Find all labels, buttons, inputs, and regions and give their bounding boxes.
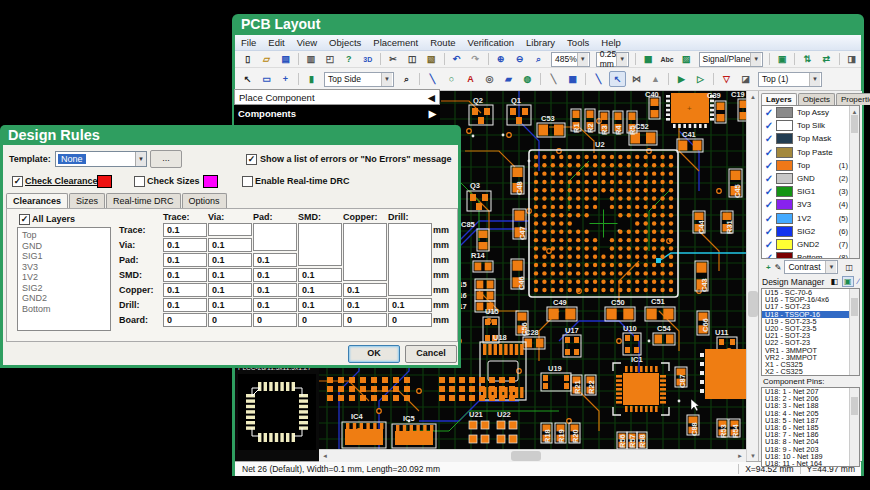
layer-color-swatch[interactable] [776,186,793,197]
zoom-out-icon[interactable]: ⊖ [511,51,528,67]
component-item[interactable]: X2 - CS325 [762,368,859,375]
open-icon[interactable]: ▱ [258,51,275,67]
matrix-cell-input[interactable]: 0.1 [253,268,297,282]
tab-objects[interactable]: Objects [798,93,835,105]
active-layer-select[interactable]: Top (1)▼ [758,72,822,87]
matrix-cell-input[interactable]: 0.1 [163,253,207,267]
matrix-cell-input[interactable]: 0.1 [208,238,252,252]
cancel-button[interactable]: Cancel [405,345,457,363]
layer-color-swatch[interactable] [776,199,793,210]
collapse-left-icon[interactable]: ◀ [428,92,435,103]
tab-clearances[interactable]: Clearances [6,193,68,208]
dialog-layer-item[interactable]: GND [22,241,110,252]
place-component-header[interactable]: Place Component ◀ [234,89,440,105]
menu-library[interactable]: Library [520,37,561,48]
matrix-cell-input[interactable]: 0 [208,313,252,327]
template-select[interactable]: None ▼ [55,151,147,167]
matrix-cell-input[interactable]: 0.1 [208,268,252,282]
show-errors-checkbox[interactable]: ✓ [246,154,257,165]
origin-icon[interactable]: ▭ [258,71,275,87]
menu-objects[interactable]: Objects [323,37,367,48]
layers-scrollbar[interactable]: ▲ [849,106,859,258]
dialog-layer-item[interactable]: SIG2 [22,283,110,294]
menu-edit[interactable]: Edit [262,37,290,48]
layer-color-swatch[interactable] [776,239,793,250]
print-preview-icon[interactable]: ◰ [321,51,338,67]
matrix-cell-input[interactable]: 0 [343,313,387,327]
layer-visible-check[interactable]: ✓ [762,173,776,184]
crosshair-icon[interactable]: + [277,71,294,87]
layer-visible-check[interactable]: ✓ [762,213,776,224]
save-icon[interactable]: ▤ [277,51,294,67]
matrix-cell-input[interactable]: 0.1 [298,268,342,282]
scroll-left-icon[interactable]: ◄ [319,451,331,462]
matrix-cell-input[interactable]: 0.1 [163,298,207,312]
layer-color-swatch[interactable] [776,120,793,131]
matrix-cell-input[interactable]: 0.1 [298,283,342,297]
place-text-icon[interactable]: Abc [659,51,676,67]
menu-route[interactable]: Route [424,37,461,48]
components-view-icon[interactable]: ▣ [842,276,854,287]
cut-icon[interactable]: ✂ [385,51,402,67]
layer-row[interactable]: ✓SIG2(6) [762,225,859,238]
dialog-layer-item[interactable]: Bottom [22,304,110,315]
matrix-cell-input[interactable]: 0.1 [253,253,297,267]
matrix-cell-input[interactable]: 0.1 [163,223,207,237]
layer-row[interactable]: ✓3V3(4) [762,198,859,211]
dialog-layer-item[interactable]: GND2 [22,293,110,304]
zoom-in-icon[interactable]: ⊕ [492,51,509,67]
place-picture-icon[interactable]: ▨ [678,51,695,67]
matrix-cell-input[interactable]: 0.1 [343,298,387,312]
matrix-cell-input[interactable]: 0.1 [163,238,207,252]
matrix-cell-input[interactable]: 0.1 [253,298,297,312]
menu-help[interactable]: Help [595,37,627,48]
autoroute-run-icon[interactable]: ▶ [673,71,690,87]
trace-tool-icon[interactable]: ╲ [590,71,607,87]
check-sizes-checkbox[interactable] [134,176,145,187]
scroll-thumb[interactable] [851,298,858,316]
layer-setup-icon[interactable]: ✎ [775,263,782,272]
help-icon[interactable]: ? [340,51,357,67]
scroll-thumb[interactable] [851,115,858,133]
layer-visible-check[interactable]: ✓ [762,252,776,259]
layer-visible-check[interactable]: ✓ [762,199,776,210]
layer-color-swatch[interactable] [776,173,793,184]
layer-row[interactable]: ✓Top Assy [762,106,859,119]
paste-icon[interactable]: ▧ [423,51,440,67]
drc-icon[interactable]: ▽ [718,71,735,87]
layer-row[interactable]: ✓GND(2) [762,172,859,185]
tab-properties[interactable]: Properties [836,93,870,105]
layer-row[interactable]: ✓Top Silk [762,119,859,132]
layer-row[interactable]: ✓GND2(7) [762,238,859,251]
template-browse-button[interactable]: ... [150,150,182,168]
component-update-icon[interactable]: ▣ [773,51,790,67]
all-layers-checkbox[interactable]: ✓ [19,214,30,225]
matrix-cell-input[interactable]: 0.1 [208,298,252,312]
tab-sizes[interactable]: Sizes [69,193,105,208]
layer-color-swatch[interactable] [776,213,793,224]
dialog-layer-item[interactable]: 1V2 [22,272,110,283]
layer-visible-check[interactable]: ✓ [762,186,776,197]
titleblock-icon[interactable]: ▦ [640,51,657,67]
layer-visible-check[interactable]: ✓ [762,133,776,144]
matrix-cell-input[interactable]: 0 [298,313,342,327]
print-icon[interactable]: ▥ [302,51,319,67]
layer-row[interactable]: ✓Bottom(8) [762,251,859,259]
scroll-thumb[interactable] [851,397,858,415]
layer-mode-select[interactable]: Signal/Plane▼ [699,52,764,67]
pliers-icon[interactable]: ∕ [858,277,859,286]
layer-row[interactable]: ✓Top Mask [762,132,859,145]
layer-row[interactable]: ✓Top Paste [762,146,859,159]
redo-icon[interactable]: ↷ [467,51,484,67]
board-side-select[interactable]: Top Side▼ [324,72,394,87]
matrix-cell-input[interactable]: 0.1 [208,253,252,267]
sidebar-item-components[interactable]: Components ▶ [234,105,440,122]
library-setup-icon[interactable]: ◨ [843,51,860,67]
undo-icon[interactable]: ↶ [448,51,465,67]
tab-layers[interactable]: Layers [761,93,797,105]
layer-color-swatch[interactable] [776,147,793,158]
measure-icon[interactable]: ╲ [545,71,562,87]
new-file-icon[interactable]: ▯ [239,51,256,67]
matrix-cell-input[interactable]: 0.1 [253,283,297,297]
place-text-tool-icon[interactable]: A [462,71,479,87]
